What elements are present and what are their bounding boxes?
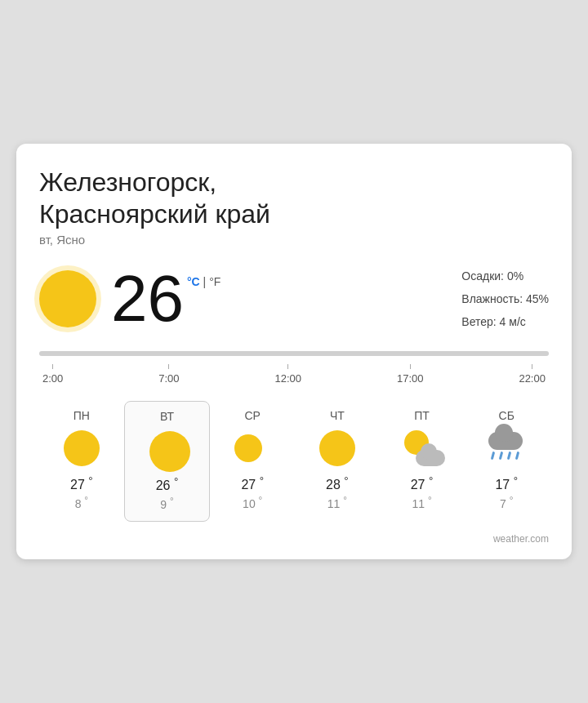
temperature-value: 26 <box>111 266 184 331</box>
day-label-tue: ВТ <box>160 410 174 423</box>
temp-units: °C | °F <box>187 274 220 291</box>
current-sun-icon <box>39 270 96 327</box>
tick-mark: 2:00 <box>42 364 63 385</box>
day-wed[interactable]: СР 27 ° 10 ° <box>210 401 295 522</box>
tick-mark: 12:00 <box>274 364 301 385</box>
day-low-wed: 10 ° <box>243 494 262 510</box>
day-tue[interactable]: ВТ 26 ° 9 ° <box>124 401 211 522</box>
day-icon-mon <box>64 430 100 466</box>
city-name: Железногорск, Красноярский край <box>39 167 549 229</box>
precipitation-stat: Осадки: 0% <box>461 265 549 287</box>
day-mon[interactable]: ПН 27 ° 8 ° <box>39 401 124 522</box>
unit-separator: | <box>203 275 210 288</box>
day-thu[interactable]: ЧТ 28 ° 11 ° <box>295 401 380 522</box>
day-low-sat: 7 ° <box>500 494 513 510</box>
fahrenheit-unit[interactable]: °F <box>209 275 220 288</box>
weather-card: Железногорск, Красноярский край вт, Ясно… <box>16 144 572 559</box>
day-icon-fri <box>404 430 440 466</box>
day-icon-tue <box>149 431 185 467</box>
timeline-section: 2:00 7:00 12:00 17:00 22:00 <box>39 351 549 385</box>
humidity-stat: Влажность: 45% <box>461 287 549 310</box>
day-icon-wed <box>234 430 270 466</box>
day-label-thu: ЧТ <box>330 409 345 422</box>
day-high-sat: 17 ° <box>495 474 518 492</box>
celsius-unit[interactable]: °C <box>187 275 200 288</box>
day-high-mon: 27 ° <box>70 474 93 492</box>
day-icon-sat <box>488 430 524 466</box>
weather-subtitle: вт, Ясно <box>39 233 549 247</box>
day-label-mon: ПН <box>74 409 90 422</box>
tick-mark: 7:00 <box>158 364 179 385</box>
city-line2: Красноярский край <box>39 199 270 229</box>
city-line1: Железногорск, <box>39 167 216 197</box>
days-section: ПН 27 ° 8 ° ВТ 26 ° 9 ° СР 27 ° 10 ° <box>39 401 549 522</box>
weather-left: 26 °C | °F <box>39 266 220 331</box>
day-low-mon: 8 ° <box>75 494 88 510</box>
day-sat[interactable]: СБ 17 ° 7 ° <box>464 401 549 522</box>
day-low-tue: 9 ° <box>160 495 173 511</box>
day-fri[interactable]: ПТ 27 ° 11 ° <box>380 401 465 522</box>
day-icon-thu <box>319 430 355 466</box>
temp-unit-line: °C | °F <box>187 274 220 291</box>
weather-main: 26 °C | °F Осадки: 0% Влажность: 45% Вет… <box>39 265 549 333</box>
weather-stats: Осадки: 0% Влажность: 45% Ветер: 4 м/с <box>461 265 549 333</box>
day-low-thu: 11 ° <box>327 494 347 510</box>
day-label-wed: СР <box>244 409 260 422</box>
day-label-fri: ПТ <box>414 409 430 422</box>
footer-attribution: weather.com <box>39 533 549 545</box>
day-high-tue: 26 ° <box>156 475 179 493</box>
timeline-ticks: 2:00 7:00 12:00 17:00 22:00 <box>39 364 549 385</box>
day-label-sat: СБ <box>499 409 514 422</box>
tick-mark: 17:00 <box>397 364 424 385</box>
tick-mark: 22:00 <box>519 364 546 385</box>
temp-block: 26 °C | °F <box>111 266 220 331</box>
day-low-fri: 11 ° <box>412 494 431 510</box>
wind-stat: Ветер: 4 м/с <box>461 310 549 333</box>
day-high-thu: 28 ° <box>326 474 349 492</box>
timeline-bar <box>39 351 549 356</box>
day-high-wed: 27 ° <box>241 474 264 492</box>
day-high-fri: 27 ° <box>411 474 434 492</box>
